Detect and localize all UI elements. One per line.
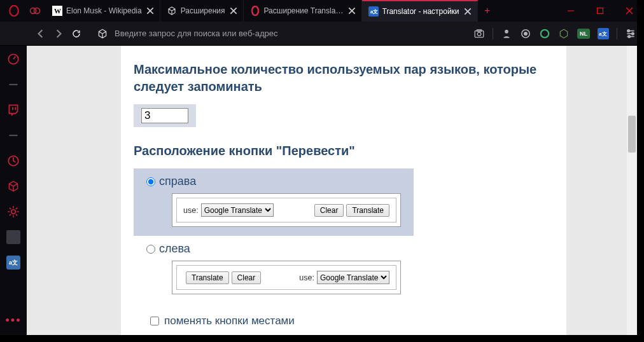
address-bar[interactable]: Введите запрос для поиска или веб-адрес bbox=[90, 25, 468, 43]
tab-extensions[interactable]: Расширения bbox=[160, 0, 244, 22]
radio-right-input[interactable] bbox=[146, 177, 155, 186]
cube-icon bbox=[97, 28, 108, 39]
close-icon[interactable] bbox=[229, 6, 238, 15]
snapshot-icon[interactable] bbox=[473, 28, 485, 39]
ext-icon-4[interactable] bbox=[558, 28, 570, 39]
ext-icon-1[interactable] bbox=[501, 28, 512, 39]
option-right: справа use: Google Translate Clear Trans… bbox=[134, 168, 414, 236]
cube-icon bbox=[167, 6, 177, 16]
sidebar-pinned-translator[interactable]: a文 bbox=[6, 256, 20, 270]
title-bar: W Elon Musk - Wikipedia Расширения Расши… bbox=[0, 0, 644, 22]
preview-left: Translate Clear use: Google Translate bbox=[172, 261, 401, 294]
translate-button[interactable]: Translate bbox=[346, 204, 389, 217]
settings-page: Максимальное количество используемых пар… bbox=[121, 46, 566, 335]
heading-button-position: Расположение кнопки "Перевести" bbox=[134, 142, 554, 160]
max-pairs-input[interactable] bbox=[141, 108, 188, 123]
wikipedia-favicon: W bbox=[52, 6, 62, 16]
engine-select[interactable]: Google Translate bbox=[201, 203, 274, 217]
opera-menu-button[interactable] bbox=[4, 0, 24, 22]
radio-left[interactable]: слева bbox=[146, 242, 401, 256]
swap-label: поменять кнопки местами bbox=[164, 315, 295, 327]
window-edge bbox=[637, 0, 644, 342]
svg-rect-20 bbox=[475, 31, 484, 37]
scrollbar-track[interactable] bbox=[627, 46, 637, 335]
sidebar-history[interactable] bbox=[6, 154, 20, 168]
radio-left-label: слева bbox=[159, 242, 190, 256]
clear-button[interactable]: Clear bbox=[232, 271, 262, 284]
preview-right: use: Google Translate Clear Translate bbox=[172, 193, 401, 227]
window-controls bbox=[556, 0, 644, 22]
clear-button[interactable]: Clear bbox=[314, 204, 344, 217]
svg-text:W: W bbox=[54, 7, 61, 15]
heading-max-pairs: Максимальное количество используемых пар… bbox=[134, 61, 554, 95]
ext-icon-2[interactable] bbox=[520, 28, 531, 39]
sidebar-speed-dial[interactable] bbox=[6, 52, 20, 66]
svg-point-0 bbox=[10, 6, 18, 17]
translator-favicon: a文 bbox=[368, 6, 379, 17]
tab-extension-detail[interactable]: Расширение Translator bbox=[244, 0, 362, 22]
engine-select[interactable]: Google Translate bbox=[317, 271, 389, 284]
radio-right[interactable]: справа bbox=[146, 175, 401, 188]
sidebar-twitch[interactable] bbox=[6, 103, 20, 117]
svg-point-34 bbox=[628, 35, 630, 37]
sidebar-more[interactable]: ••• bbox=[6, 314, 22, 327]
swap-checkbox-row[interactable]: поменять кнопки местами bbox=[150, 315, 554, 327]
preview-row: Translate Clear use: Google Translate bbox=[176, 265, 396, 290]
new-tab-button[interactable]: + bbox=[478, 0, 497, 22]
svg-point-32 bbox=[627, 29, 629, 31]
translate-button[interactable]: Translate bbox=[186, 271, 229, 284]
input-container bbox=[134, 104, 196, 127]
svg-point-26 bbox=[541, 29, 549, 37]
swap-checkbox[interactable] bbox=[150, 317, 159, 325]
svg-point-33 bbox=[632, 32, 634, 34]
use-label: use: bbox=[299, 273, 314, 282]
svg-rect-17 bbox=[598, 8, 603, 14]
close-window-button[interactable] bbox=[615, 1, 644, 20]
separator bbox=[617, 28, 617, 39]
close-icon[interactable] bbox=[347, 6, 356, 15]
svg-point-2 bbox=[34, 8, 40, 14]
close-icon[interactable] bbox=[463, 7, 472, 16]
close-icon[interactable] bbox=[146, 6, 155, 15]
ext-icon-3[interactable] bbox=[539, 28, 550, 39]
sidebar-settings[interactable] bbox=[6, 205, 20, 219]
toolbar: Введите запрос для поиска или веб-адрес … bbox=[0, 22, 644, 46]
ext-badge-nl[interactable]: NL bbox=[577, 29, 590, 39]
radio-left-input[interactable] bbox=[146, 245, 155, 254]
minimize-button[interactable] bbox=[556, 1, 585, 20]
tab-label: Расширения bbox=[181, 6, 225, 15]
sidebar-dash-2[interactable] bbox=[6, 128, 20, 142]
radio-right-label: справа bbox=[159, 175, 196, 188]
content-area: Максимальное количество используемых пар… bbox=[27, 46, 637, 335]
tab-label: Расширение Translator bbox=[264, 6, 344, 15]
tab-label: Translator - настройки bbox=[382, 7, 459, 16]
svg-text:a文: a文 bbox=[599, 31, 606, 37]
svg-point-21 bbox=[477, 32, 481, 36]
window-edge bbox=[0, 335, 644, 342]
tab-wikipedia[interactable]: W Elon Musk - Wikipedia bbox=[46, 0, 160, 22]
svg-point-9 bbox=[252, 6, 258, 15]
sidebar-pinned-1[interactable] bbox=[6, 230, 20, 244]
separator bbox=[493, 28, 493, 39]
svg-point-25 bbox=[524, 32, 528, 35]
ext-translator-icon[interactable]: a文 bbox=[598, 28, 609, 39]
workspace-icon[interactable] bbox=[24, 0, 46, 22]
back-button[interactable] bbox=[32, 25, 50, 43]
reload-button[interactable] bbox=[67, 25, 85, 43]
sidebar-extensions[interactable] bbox=[6, 179, 20, 193]
sidebar-dash[interactable] bbox=[6, 78, 20, 92]
position-radio-group: справа use: Google Translate Clear Trans… bbox=[134, 168, 554, 327]
maximize-button[interactable] bbox=[585, 1, 615, 20]
easy-setup-icon[interactable] bbox=[625, 28, 636, 39]
tab-translator-settings[interactable]: a文 Translator - настройки bbox=[362, 0, 478, 22]
scrollbar-thumb[interactable] bbox=[628, 116, 636, 153]
preview-row: use: Google Translate Clear Translate bbox=[176, 198, 396, 222]
toolbar-right: NL a文 bbox=[473, 28, 636, 39]
opera-favicon bbox=[250, 6, 260, 16]
forward-button[interactable] bbox=[50, 25, 67, 43]
use-label: use: bbox=[183, 206, 199, 215]
option-left: слева Translate Clear use: Google Transl… bbox=[134, 236, 414, 303]
sidebar: a文 ••• bbox=[0, 46, 27, 335]
svg-point-23 bbox=[505, 29, 508, 33]
address-placeholder: Введите запрос для поиска или веб-адрес bbox=[115, 29, 277, 38]
